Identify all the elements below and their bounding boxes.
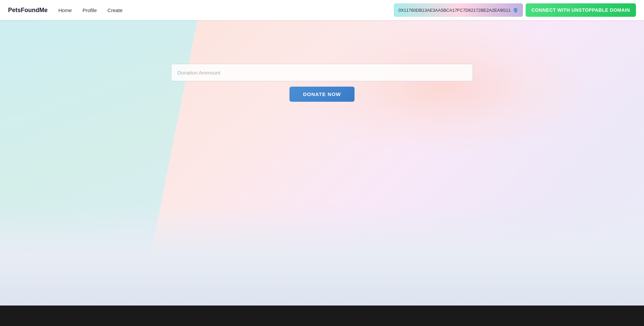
donate-now-button[interactable]: DONATE NOW xyxy=(289,87,354,102)
navbar-left: PetsFoundMe Home Profile Create xyxy=(8,7,123,14)
bg-bottom xyxy=(0,205,644,306)
wallet-address-text: 0X11760DB13AE3AA5BCA17FC7D62172BE2A2EA9G… xyxy=(398,8,511,13)
navbar-link-home[interactable]: Home xyxy=(58,7,72,13)
wallet-address-button[interactable]: 0X11760DB13AE3AA5BCA17FC7D62172BE2A2EA9G… xyxy=(394,3,523,17)
navbar-link-profile[interactable]: Profile xyxy=(83,7,97,13)
donation-amount-input[interactable] xyxy=(171,64,473,81)
navbar: PetsFoundMe Home Profile Create 0X11760D… xyxy=(0,0,644,20)
footer: Contact us Our Services Privacy Policy T… xyxy=(0,306,644,326)
main-content: DONATE NOW xyxy=(0,0,644,306)
shield-icon xyxy=(513,7,518,13)
navbar-right: 0X11760DB13AE3AA5BCA17FC7D62172BE2A2EA9G… xyxy=(394,3,636,17)
navbar-link-create[interactable]: Create xyxy=(108,7,123,13)
donation-form: DONATE NOW xyxy=(0,20,644,102)
connect-domain-button[interactable]: CONNECT WITH UNSTOPPABLE DOMAIN xyxy=(526,3,636,17)
navbar-brand[interactable]: PetsFoundMe xyxy=(8,7,48,14)
